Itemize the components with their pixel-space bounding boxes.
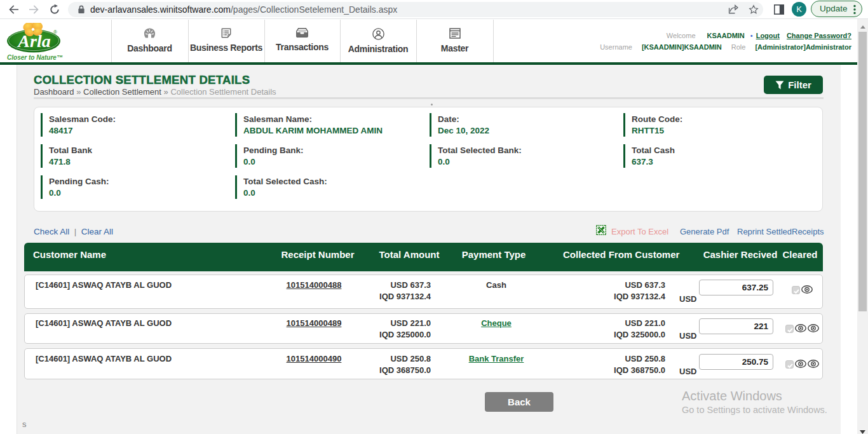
svg-text:Closer to Nature™: Closer to Nature™ — [7, 54, 63, 61]
svg-text:®: ® — [53, 29, 57, 35]
svg-text:Arla: Arla — [17, 31, 50, 51]
